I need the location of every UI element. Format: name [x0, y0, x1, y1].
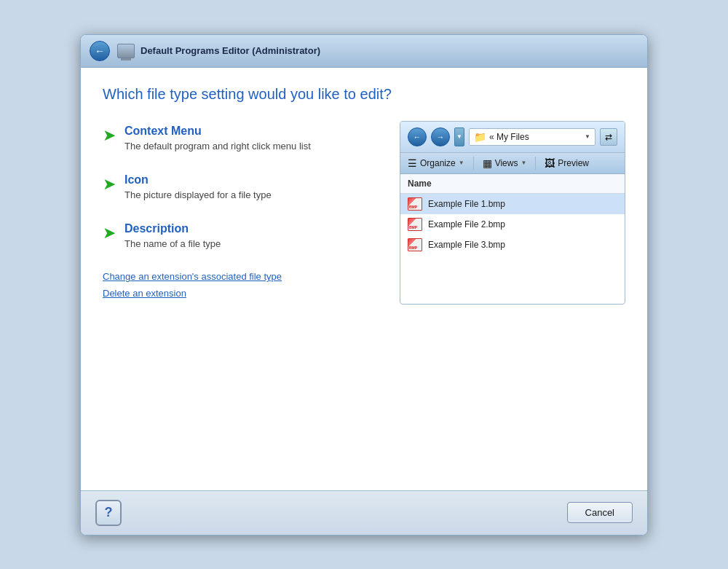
delete-extension-link[interactable]: Delete an extension	[103, 288, 378, 299]
option-desc-context-menu: The default program and right click menu…	[124, 140, 311, 153]
option-desc-icon: The picture displayed for a file type	[124, 189, 272, 202]
change-extension-link[interactable]: Change an extension's associated file ty…	[103, 271, 378, 282]
option-context-menu[interactable]: ➤ Context Menu The default program and r…	[103, 125, 378, 153]
folder-icon: 📁	[474, 131, 486, 143]
explorer-toolbar: ← → ▼ 📁 « My Files ▼ ⇄	[400, 122, 625, 153]
file-icon-3	[408, 238, 422, 251]
computer-icon	[117, 44, 135, 58]
views-button[interactable]: ▦ Views ▼	[483, 157, 527, 169]
preview-icon: 🖼	[545, 157, 555, 169]
option-title-context-menu: Context Menu	[124, 125, 311, 138]
explorer-forward-button[interactable]: →	[431, 127, 450, 146]
toolbar-separator-1	[473, 157, 474, 170]
preview-button[interactable]: 🖼 Preview	[545, 157, 589, 169]
window-title: Default Programs Editor (Administrator)	[141, 45, 320, 56]
main-window: ← Default Programs Editor (Administrator…	[80, 34, 648, 535]
views-icon: ▦	[483, 157, 492, 169]
organize-button[interactable]: ☰ Organize ▼	[408, 157, 464, 169]
organize-dropdown-icon: ▼	[459, 160, 464, 166]
file-explorer-panel: ← → ▼ 📁 « My Files ▼ ⇄ ☰ Organize ▼	[400, 121, 625, 305]
arrow-icon-icon: ➤	[103, 175, 116, 194]
option-text-context-menu: Context Menu The default program and rig…	[124, 125, 311, 153]
option-title-description: Description	[124, 222, 221, 235]
options-list: ➤ Context Menu The default program and r…	[103, 125, 378, 305]
file-name-1: Example File 1.bmp	[428, 199, 505, 209]
cancel-button[interactable]: Cancel	[567, 502, 633, 523]
file-name-2: Example File 2.bmp	[428, 219, 505, 229]
organize-label: Organize	[420, 158, 456, 168]
option-desc-description: The name of a file type	[124, 238, 221, 251]
address-label: « My Files	[489, 132, 582, 142]
file-list-header: Name	[400, 174, 625, 194]
arrow-icon-context-menu: ➤	[103, 126, 116, 145]
file-name-3: Example File 3.bmp	[428, 240, 505, 250]
explorer-nav-dropdown[interactable]: ▼	[454, 127, 464, 146]
option-text-icon: Icon The picture displayed for a file ty…	[124, 173, 272, 202]
file-item-3[interactable]: Example File 3.bmp	[400, 235, 625, 255]
option-title-icon: Icon	[124, 173, 272, 187]
address-dropdown-icon: ▼	[585, 133, 590, 140]
address-bar[interactable]: 📁 « My Files ▼	[469, 128, 596, 146]
main-question: Which file type setting would you like t…	[103, 86, 625, 103]
option-text-description: Description The name of a file type	[124, 222, 221, 251]
file-list: Name Example File 1.bmp Example File 2.b…	[400, 174, 625, 255]
refresh-button[interactable]: ⇄	[600, 128, 617, 146]
toolbar-separator-2	[535, 157, 536, 170]
organize-icon: ☰	[408, 157, 417, 169]
file-icon-1	[408, 197, 422, 211]
file-item-2[interactable]: Example File 2.bmp	[400, 214, 625, 235]
option-icon[interactable]: ➤ Icon The picture displayed for a file …	[103, 173, 378, 202]
explorer-actions: ☰ Organize ▼ ▦ Views ▼ 🖼 Preview	[400, 153, 625, 174]
arrow-icon-description: ➤	[103, 224, 116, 243]
explorer-back-button[interactable]: ←	[408, 127, 427, 146]
title-bar: ← Default Programs Editor (Administrator…	[81, 35, 647, 68]
links-area: Change an extension's associated file ty…	[103, 271, 378, 299]
preview-label: Preview	[558, 158, 589, 168]
views-dropdown-icon: ▼	[521, 160, 526, 166]
file-icon-2	[408, 218, 422, 231]
views-label: Views	[495, 158, 518, 168]
options-row: ➤ Context Menu The default program and r…	[103, 125, 625, 305]
back-button[interactable]: ←	[90, 41, 110, 61]
footer: ? Cancel	[81, 490, 647, 535]
content-area: Which file type setting would you like t…	[81, 68, 647, 490]
help-icon: ?	[105, 505, 113, 520]
option-description[interactable]: ➤ Description The name of a file type	[103, 222, 378, 251]
help-button[interactable]: ?	[95, 500, 122, 526]
file-item-1[interactable]: Example File 1.bmp	[400, 194, 625, 214]
